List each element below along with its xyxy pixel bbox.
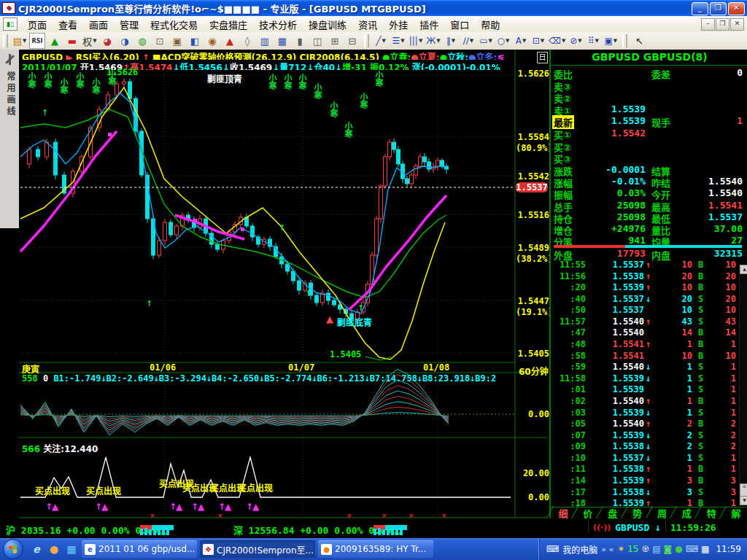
refresh-icon[interactable]: ◍ bbox=[134, 33, 150, 49]
stat-row: 涨跌-0.0001结算 bbox=[551, 164, 747, 176]
lock-icon[interactable]: ⊘▼ bbox=[568, 33, 584, 49]
dropdown-caret-icon: ▼ bbox=[419, 38, 422, 44]
start-button[interactable] bbox=[3, 539, 23, 559]
user-icon[interactable]: ◉ bbox=[204, 33, 220, 49]
quote-row-value2: 27 bbox=[675, 235, 743, 246]
kline-icon[interactable]: ▮ bbox=[292, 33, 308, 49]
buy-signal-icon[interactable]: ▲ bbox=[47, 33, 63, 49]
tray-icon-5[interactable]: ● bbox=[675, 545, 682, 553]
tray-icon-3[interactable]: ▤ bbox=[652, 545, 660, 553]
desktop: ❖ CJR2000!Sempron至尊行情分析软件!o⌐~$■■■■ - 专业版… bbox=[0, 0, 747, 560]
copy-icon[interactable]: ⊡▼ bbox=[530, 33, 546, 49]
tick-row: :071.5539↓2S2 bbox=[551, 430, 747, 441]
menu-item-5[interactable]: 实盘猎庄 bbox=[204, 16, 253, 33]
quote-blue-icon[interactable]: ◑ bbox=[117, 33, 133, 49]
palette-icon[interactable]: ⠿▼ bbox=[585, 33, 601, 49]
price-axis-label: 1.5405 bbox=[516, 349, 549, 359]
keyboard-tray-icon[interactable]: ⌨ bbox=[546, 545, 559, 553]
menu-item-1[interactable]: 查看 bbox=[53, 16, 83, 33]
taskbar-window-2[interactable]: ●2009163589: HY Tr... bbox=[318, 540, 433, 558]
quote-row-value: 25098 bbox=[580, 211, 646, 222]
ie-icon[interactable]: e bbox=[29, 542, 44, 556]
quote-row-value: 25098 bbox=[580, 200, 646, 211]
up-arrow-icon: ↑ bbox=[646, 396, 654, 406]
draw-circle-icon[interactable]: ○▼ bbox=[495, 33, 511, 49]
menu-item-3[interactable]: 管理 bbox=[114, 16, 144, 33]
tray-icon-4[interactable]: ◙ bbox=[664, 545, 673, 553]
save-icon[interactable]: ▣▼ bbox=[603, 33, 619, 49]
rsi-button[interactable]: RSI bbox=[29, 33, 45, 49]
grid-window-icon[interactable]: ⊞ bbox=[327, 33, 343, 49]
scroll-thumb[interactable]: ≡ bbox=[740, 483, 747, 497]
scroll-up-button[interactable]: ▲ bbox=[740, 265, 747, 274]
buy-arrow-icon: ↑ bbox=[146, 299, 152, 308]
menu-item-6[interactable]: 技术分析 bbox=[253, 16, 303, 33]
menu-item-2[interactable]: 画面 bbox=[83, 16, 114, 33]
text-segment: ▶ bbox=[63, 52, 76, 60]
draw-channel-icon[interactable]: ∥▼ bbox=[443, 33, 459, 49]
my-computer-label[interactable]: 我的电脑 bbox=[562, 543, 597, 556]
clipboard-icon[interactable]: ⊡ bbox=[152, 33, 168, 49]
maximize-button[interactable]: ❐ bbox=[710, 2, 727, 15]
scroll-down-button[interactable]: ▼ bbox=[740, 496, 747, 505]
period-day-button[interactable]: 日 bbox=[537, 52, 548, 63]
tray-icon-1[interactable]: 15 bbox=[627, 545, 638, 553]
chart-app-icon[interactable]: ▦ bbox=[64, 542, 79, 556]
down-arrow-icon: ↓ bbox=[646, 487, 654, 497]
tick-scrollbar[interactable]: ▲ ≡ ▼ bbox=[739, 265, 747, 505]
draw-line-icon[interactable]: ╱▼ bbox=[373, 33, 389, 49]
palette-icon: ⠿ bbox=[588, 36, 595, 46]
tray-expand-arrows[interactable]: » « bbox=[601, 545, 614, 554]
messenger-icon[interactable]: ● bbox=[47, 542, 61, 556]
tick-row: :471.554014B14 bbox=[551, 327, 747, 338]
alert-icon[interactable]: ▲ bbox=[222, 33, 238, 49]
menu-item-7[interactable]: 操盘训练 bbox=[303, 16, 352, 33]
bid-ask-row: 委比委差0 bbox=[551, 67, 747, 79]
menu-item-9[interactable]: 外挂 bbox=[383, 16, 414, 33]
eraser-icon[interactable]: ⌫▼ bbox=[548, 33, 566, 49]
minus-window-icon: ⊟ bbox=[349, 36, 357, 47]
book-icon[interactable]: ▣ bbox=[169, 33, 185, 49]
monitor-icon[interactable]: ◧ bbox=[187, 33, 203, 49]
panel-icon[interactable]: ▥ bbox=[257, 33, 273, 49]
minimize-button[interactable]: _ bbox=[692, 2, 708, 15]
draw-fan-icon[interactable]: Ж▼ bbox=[425, 33, 441, 49]
dropdown-caret-icon: ▼ bbox=[562, 38, 565, 44]
menu-item-12[interactable]: 帮助 bbox=[475, 16, 506, 33]
mdi-close-button[interactable]: ✕ bbox=[730, 18, 744, 31]
tray-icon-2[interactable]: ♼ bbox=[641, 545, 649, 553]
chart-window-icon[interactable]: ◫ bbox=[309, 33, 325, 49]
close-button[interactable]: ✕ bbox=[728, 2, 745, 15]
taskbar-window-0[interactable]: e2011 01 06 gbp/usd... bbox=[82, 540, 197, 558]
dropdown-caret-icon: ▼ bbox=[541, 38, 544, 44]
tray-icon-6[interactable]: ⌨ bbox=[686, 545, 698, 553]
tray-icon-7[interactable]: ▦ bbox=[701, 545, 709, 553]
mdi-restore-button[interactable]: ❐ bbox=[716, 18, 729, 31]
tray-icon-0[interactable]: ✶ bbox=[617, 545, 624, 553]
text-segment: 振0.12% bbox=[370, 63, 412, 70]
quote-red-icon[interactable]: ◕ bbox=[99, 33, 115, 49]
menu-item-4[interactable]: 程式化交易 bbox=[144, 16, 204, 33]
taskbar-window-1[interactable]: ❖CJR2000!Sempron至... bbox=[200, 540, 315, 558]
minus-window-icon[interactable]: ⊟ bbox=[344, 33, 360, 49]
menu-item-0[interactable]: 页面 bbox=[22, 16, 53, 33]
draw-hatch-icon[interactable]: ∕∕▼ bbox=[460, 33, 476, 49]
sell-signal-icon[interactable]: ▬ bbox=[64, 33, 80, 49]
menu-item-8[interactable]: 资讯 bbox=[352, 16, 383, 33]
sweep-icon[interactable]: ◊ bbox=[239, 33, 255, 49]
tools-icon[interactable] bbox=[4, 54, 15, 65]
draw-vline-icon[interactable]: |||▼ bbox=[408, 33, 424, 49]
menu-item-10[interactable]: 插件 bbox=[414, 16, 444, 33]
menu-item-11[interactable]: 窗口 bbox=[444, 16, 475, 33]
mdi-minimize-button[interactable]: – bbox=[701, 18, 715, 31]
draw-hline-icon[interactable]: ☰▼ bbox=[390, 33, 406, 49]
mdi-child-icon[interactable]: ▮▯ bbox=[3, 18, 18, 31]
draw-rect-icon[interactable]: ▭▼ bbox=[478, 33, 494, 49]
page-open-icon[interactable]: ▤▼ bbox=[12, 33, 28, 49]
pointer-tool-icon[interactable]: ↖ bbox=[631, 33, 647, 49]
tile-icon[interactable]: ▦ bbox=[274, 33, 290, 49]
rights-button[interactable]: 权▼ bbox=[82, 33, 98, 49]
draw-text-icon[interactable]: A▼ bbox=[513, 33, 529, 49]
draw-channel-icon: ∥ bbox=[446, 36, 451, 46]
draw-text-icon: A bbox=[516, 36, 522, 46]
